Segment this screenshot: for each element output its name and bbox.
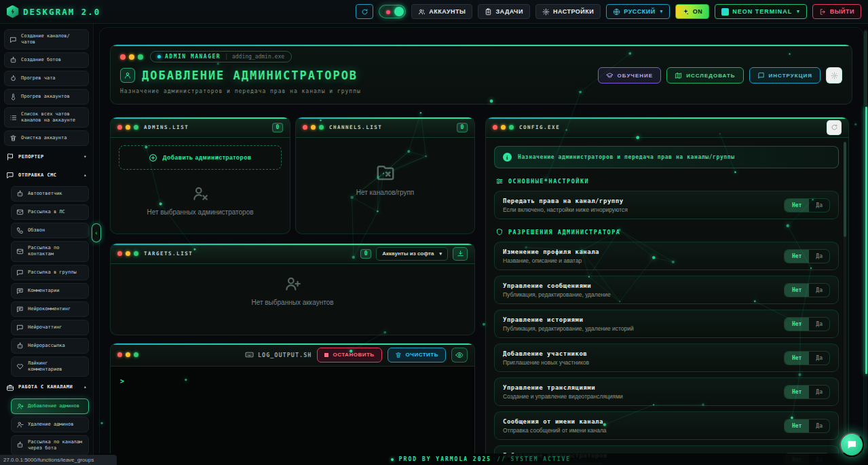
sidebar-item[interactable]: Нейрокомментинг <box>11 301 89 317</box>
sidebar-item[interactable]: Автоответчик <box>11 186 89 202</box>
eye-icon <box>455 351 464 359</box>
toggle-yes[interactable]: Да <box>809 284 829 297</box>
sidebar-item[interactable]: Список всех чатов каналов на аккаунте <box>4 107 89 128</box>
permission-row: Сообщения от имени канала Отправка сообщ… <box>494 411 839 440</box>
targets-count-badge: 0 <box>360 249 371 259</box>
permission-row: Управление сообщениями Публикация, редак… <box>494 276 839 304</box>
graduation-cap-icon <box>606 72 614 79</box>
sidebar-item[interactable]: Обзвон <box>11 223 89 238</box>
status-dot <box>157 55 161 58</box>
chat-fab-button[interactable] <box>839 432 864 457</box>
stop-button[interactable]: ОСТАНОВИТЬ <box>317 348 381 362</box>
sidebar-item[interactable]: ОТПРАВКА СМС ▴ <box>4 167 89 183</box>
sidebar-item-label: Нейрочаттинг <box>28 324 83 331</box>
sidebar-item[interactable]: Рассылка по контактам <box>11 241 89 261</box>
import-accounts-button[interactable] <box>453 247 468 261</box>
sidebar-item[interactable]: Нейрорассылка <box>11 338 89 354</box>
theme-select[interactable]: NEON TERMINAL▾ <box>715 4 807 19</box>
sidebar-item-label: Комментарии <box>28 288 83 294</box>
logout-button[interactable]: ВЫЙТИ <box>812 4 861 19</box>
accounts-button[interactable]: АККАУНТЫ <box>411 4 472 19</box>
training-button[interactable]: ОБУЧЕНИЕ <box>598 67 662 83</box>
sidebar-item[interactable]: Добавление админов <box>11 398 89 414</box>
sidebar-item[interactable]: Прогрев аккаунтов <box>4 89 89 105</box>
targets-source-select[interactable]: Аккаунты из софта ▾ <box>376 247 448 261</box>
sidebar-item-icon <box>16 324 24 331</box>
chevron-down-icon: ▾ <box>797 9 800 14</box>
map-icon <box>675 72 682 79</box>
settings-button[interactable]: НАСТРОЙКИ <box>535 4 601 19</box>
toggle-yes[interactable]: Да <box>809 318 829 331</box>
permission-toggle[interactable]: Нет Да <box>784 249 830 263</box>
toggle-no[interactable]: Нет <box>785 352 809 365</box>
sidebar-item-icon <box>6 153 14 161</box>
sidebar-scrollbar[interactable] <box>865 107 867 374</box>
sidebar-item[interactable]: РЕПОРТЕР ▾ <box>4 149 89 165</box>
toggle-yes[interactable]: Да <box>809 352 829 365</box>
sidebar-item[interactable]: Лайкинг комментариев <box>11 356 89 377</box>
sidebar-item[interactable]: Комментарии <box>11 283 89 299</box>
permission-toggle[interactable]: Нет Да <box>784 317 830 331</box>
instruction-button[interactable]: ИНСТРУКЦИЯ <box>749 67 820 83</box>
sidebar-item-icon <box>10 56 17 64</box>
permission-title: Управление историями <box>503 316 634 323</box>
sidebar-item[interactable]: Создание каналов/чатов <box>4 29 89 50</box>
sidebar-item[interactable]: Рассылка в группы <box>11 265 89 280</box>
sidebar-item-label: Обзвон <box>28 227 83 234</box>
permission-toggle[interactable]: Нет Да <box>784 385 830 399</box>
toggle-yes[interactable]: Да <box>809 386 829 398</box>
info-icon: i <box>503 153 512 162</box>
sidebar-item[interactable]: Создание ботов <box>4 52 89 68</box>
status-footer: PROD BY YARMOLA 2025 // SYSTEM ACTIVE <box>94 453 868 465</box>
sidebar-collapse-handle[interactable]: ‹ <box>92 223 101 242</box>
sidebar-menu: Создание каналов/чатов Создание ботов Пр… <box>4 29 89 465</box>
clear-log-button[interactable]: ОЧИСТИТЬ <box>388 348 446 362</box>
effects-toggle[interactable] <box>379 5 406 18</box>
config-scrollbar[interactable] <box>844 142 846 459</box>
sidebar-item-label: Удаление админов <box>28 422 83 428</box>
sidebar-item-label: Добавление админов <box>28 403 83 409</box>
permission-title: Управление сообщениями <box>503 282 611 289</box>
add-admins-button[interactable]: Добавить администраторов <box>119 145 282 170</box>
refresh-button[interactable] <box>356 4 373 19</box>
explore-button[interactable]: ИССЛЕДОВАТЬ <box>666 67 743 83</box>
permission-desc: Отправка сообщений от имени канала <box>503 427 607 434</box>
sidebar-item-icon <box>16 269 24 276</box>
sidebar-item-label: Прогрев чата <box>21 75 83 81</box>
toggle-no[interactable]: Нет <box>785 386 809 398</box>
toggle-no[interactable]: Нет <box>785 199 809 212</box>
traffic-lights <box>303 125 324 130</box>
sidebar-item[interactable]: Рассылка в ЛС <box>11 204 89 220</box>
sidebar-item[interactable]: Очистка аккаунта <box>4 130 89 146</box>
transfer-rights-toggle[interactable]: Нет Да <box>784 198 830 212</box>
toggle-no[interactable]: Нет <box>785 420 809 432</box>
permission-toggle[interactable]: Нет Да <box>784 419 830 433</box>
toggle-no[interactable]: Нет <box>785 284 809 297</box>
effects-on-button[interactable]: ON <box>675 4 710 19</box>
sidebar-item[interactable]: РАБОТА С КАНАЛАМИ ▴ <box>4 379 89 396</box>
sidebar-item-label: Автоответчик <box>28 191 83 197</box>
toggle-no[interactable]: Нет <box>785 250 809 263</box>
toggle-yes[interactable]: Да <box>809 250 829 263</box>
page-actions: ОБУЧЕНИЕ ИССЛЕДОВАТЬ ИНСТРУКЦИЯ <box>598 67 842 83</box>
page-settings-button[interactable] <box>826 67 842 83</box>
sidebar-item-icon <box>10 114 17 122</box>
sidebar-item[interactable]: Нейрочаттинг <box>11 320 89 335</box>
tasks-button[interactable]: ЗАДАЧИ <box>478 4 530 19</box>
sidebar-item[interactable]: Прогрев чата <box>4 71 89 86</box>
toggle-yes[interactable]: Да <box>809 199 829 212</box>
sidebar-item[interactable]: Удаление админов <box>11 417 89 432</box>
permission-toggle[interactable]: Нет Да <box>784 283 830 297</box>
config-refresh-button[interactable] <box>827 120 842 135</box>
sidebar-item-label: РЕПОРТЕР <box>18 154 79 160</box>
toggle-no[interactable]: Нет <box>785 318 809 331</box>
language-select[interactable]: РУССКИЙ▾ <box>606 4 669 19</box>
permission-title: Сообщения от имени канала <box>503 418 607 425</box>
sidebar-item[interactable]: Рассылка по каналам через бота <box>11 435 89 455</box>
gear-icon <box>542 8 550 16</box>
permission-toggle[interactable]: Нет Да <box>784 351 830 365</box>
toggle-yes[interactable]: Да <box>809 420 829 432</box>
log-visibility-button[interactable] <box>451 348 468 362</box>
gear-icon <box>831 72 838 79</box>
sidebar-item-label: Создание каналов/чатов <box>21 33 83 45</box>
